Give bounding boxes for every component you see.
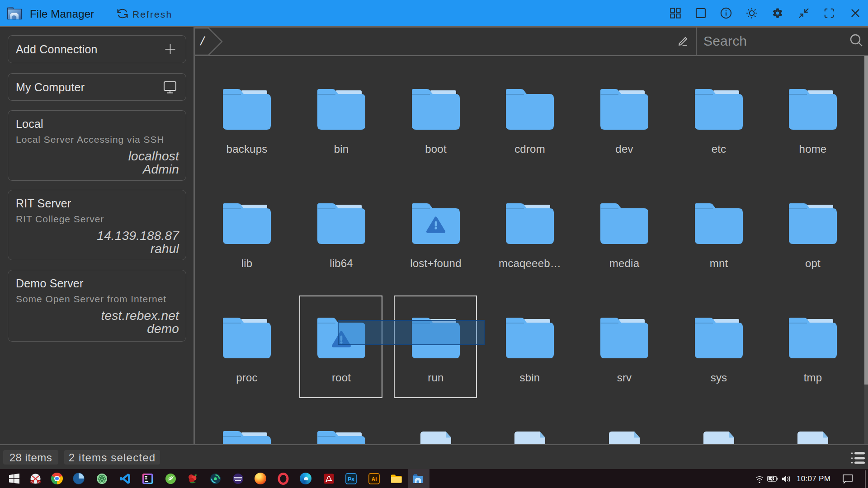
- svg-text:Ps: Ps: [348, 476, 354, 483]
- svg-text:Ai: Ai: [372, 476, 377, 483]
